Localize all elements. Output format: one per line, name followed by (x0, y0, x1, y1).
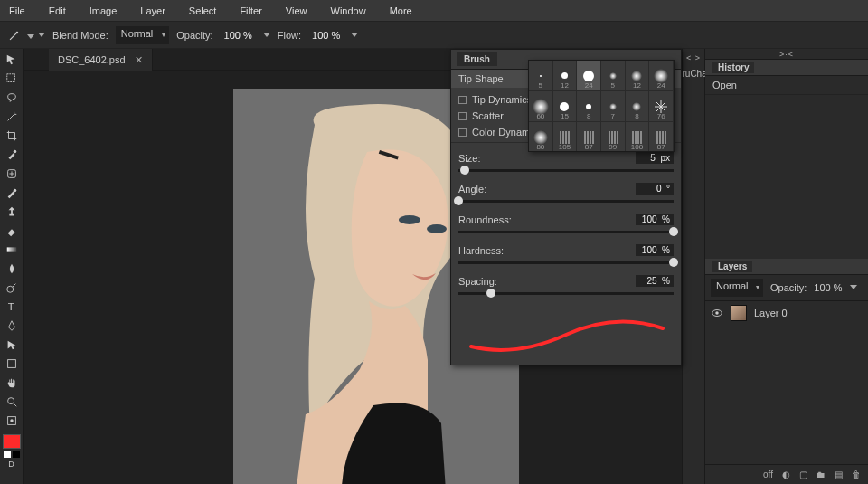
document-tab[interactable]: DSC_6402.psd ✕ (49, 49, 153, 71)
adjustment-icon[interactable]: ▢ (799, 470, 807, 479)
brush-preset-100[interactable]: 100 (626, 122, 650, 152)
brush-tool[interactable] (2, 184, 22, 202)
brush-preset-5[interactable]: 5 (529, 61, 553, 91)
brush-preset-60[interactable]: 60 (529, 91, 553, 122)
layer-name[interactable]: Layer 0 (754, 308, 788, 318)
close-icon[interactable]: ✕ (135, 54, 143, 66)
slider-hardness[interactable]: Hardness:100 % (458, 241, 674, 271)
checkbox-icon[interactable] (458, 112, 467, 120)
checkbox-icon[interactable] (458, 96, 467, 104)
pen-tool[interactable] (2, 317, 22, 335)
history-panel-header[interactable]: History (705, 60, 868, 76)
shape-tool[interactable] (2, 355, 22, 373)
brush-preset-105[interactable]: 105 (553, 122, 578, 152)
crop-tool[interactable] (2, 127, 22, 145)
color-picker-tool[interactable] (2, 412, 22, 430)
slider-spacing[interactable]: Spacing:25 % (458, 271, 674, 302)
flow-dropdown-icon[interactable] (351, 33, 358, 37)
foreground-color[interactable] (3, 434, 21, 449)
slider-roundness[interactable]: Roundness:100 % (458, 210, 674, 241)
righttab-cha[interactable]: Cha (690, 63, 706, 83)
layer-thumbnail[interactable] (731, 305, 747, 321)
color-swatches[interactable]: D (0, 434, 23, 469)
mask-icon[interactable]: ◐ (782, 470, 790, 479)
blend-mode-select[interactable]: Normal▾ (116, 26, 169, 44)
wand-tool[interactable] (2, 108, 22, 126)
stamp-tool[interactable] (2, 203, 22, 221)
brush-tab[interactable]: Brush (457, 52, 497, 66)
brush-preset-76[interactable]: 76 (649, 91, 674, 122)
blur-tool[interactable] (2, 260, 22, 278)
slider-knob[interactable] (486, 289, 495, 298)
slider-knob[interactable] (669, 258, 678, 267)
checkbox-icon[interactable] (458, 128, 467, 137)
visibility-icon[interactable] (711, 307, 723, 319)
layer-opacity-value[interactable]: 100 % (814, 282, 842, 293)
trash-icon[interactable]: 🗑 (852, 470, 861, 479)
gradient-tool[interactable] (2, 241, 22, 259)
brush-preset-99[interactable]: 99 (601, 122, 626, 152)
move-tool[interactable] (2, 51, 22, 69)
brush-preset-24[interactable]: 24 (577, 61, 601, 91)
brush-preset-15[interactable]: 15 (553, 91, 578, 122)
brush-preset-8[interactable]: 8 (626, 91, 650, 122)
menu-more[interactable]: More (390, 5, 412, 16)
slider-track[interactable] (458, 292, 674, 295)
slider-size[interactable]: Size:5 px (458, 148, 674, 179)
flow-label: Flow: (278, 30, 301, 41)
brush-preset-80[interactable]: 80 (529, 122, 553, 152)
slider-knob[interactable] (460, 166, 469, 175)
layer-row[interactable]: Layer 0 (705, 301, 868, 325)
menu-view[interactable]: View (286, 5, 307, 16)
opacity-value[interactable]: 100 % (221, 28, 256, 43)
swatch-white[interactable] (4, 451, 11, 458)
zoom-tool[interactable] (2, 393, 22, 411)
eraser-tool[interactable] (2, 222, 22, 240)
layer-opacity-dropdown-icon[interactable] (850, 285, 857, 289)
slider-knob[interactable] (669, 227, 678, 236)
history-tab[interactable]: History (712, 62, 754, 73)
brush-preset-dropdown[interactable] (27, 30, 34, 41)
dodge-tool[interactable] (2, 279, 22, 297)
new-layer-icon[interactable]: ▤ (835, 470, 843, 479)
menu-image[interactable]: Image (90, 5, 118, 16)
swatch-black[interactable] (13, 451, 20, 458)
chevron-down-icon[interactable] (38, 33, 45, 37)
brush-preset-12[interactable]: 12 (626, 61, 650, 91)
slider-track[interactable] (458, 169, 674, 172)
path-select-tool[interactable] (2, 336, 22, 354)
brush-preset-24[interactable]: 24 (649, 61, 674, 91)
layer-blend-select[interactable]: Normal▾ (711, 279, 763, 297)
brush-preset-5[interactable]: 5 (601, 61, 626, 91)
menu-edit[interactable]: Edit (49, 5, 66, 16)
layers-tab[interactable]: Layers (712, 261, 752, 272)
slider-track[interactable] (458, 231, 674, 233)
type-tool[interactable]: T (2, 298, 22, 316)
brush-preset-7[interactable]: 7 (601, 91, 626, 122)
menu-file[interactable]: File (9, 5, 25, 16)
menu-layer[interactable]: Layer (140, 5, 165, 16)
slider-knob[interactable] (454, 196, 463, 205)
brush-preset-87[interactable]: 87 (649, 122, 674, 152)
hand-tool[interactable] (2, 374, 22, 392)
history-item[interactable]: Open (705, 76, 868, 95)
marquee-tool[interactable] (2, 70, 22, 88)
slider-angle[interactable]: Angle:0 ° (458, 179, 674, 210)
panel-collapse-row[interactable]: >·< (705, 49, 868, 60)
folder-icon[interactable]: 🖿 (816, 470, 826, 479)
menu-select[interactable]: Select (189, 5, 217, 16)
menu-filter[interactable]: Filter (240, 5, 261, 16)
brush-preset-87[interactable]: 87 (577, 122, 601, 152)
menu-window[interactable]: Window (331, 5, 366, 16)
opacity-dropdown-icon[interactable] (263, 33, 270, 37)
eyedropper-tool[interactable] (2, 146, 22, 164)
brush-preset-8[interactable]: 8 (577, 91, 601, 122)
slider-track[interactable] (458, 261, 674, 264)
lasso-tool[interactable] (2, 89, 22, 107)
slider-track[interactable] (458, 200, 674, 203)
layers-panel-header[interactable]: Layers (705, 259, 868, 275)
flow-value[interactable]: 100 % (308, 28, 344, 43)
heal-tool[interactable] (2, 165, 22, 183)
collapse-handle[interactable]: <·> (683, 52, 704, 63)
brush-preset-12[interactable]: 12 (553, 61, 578, 91)
